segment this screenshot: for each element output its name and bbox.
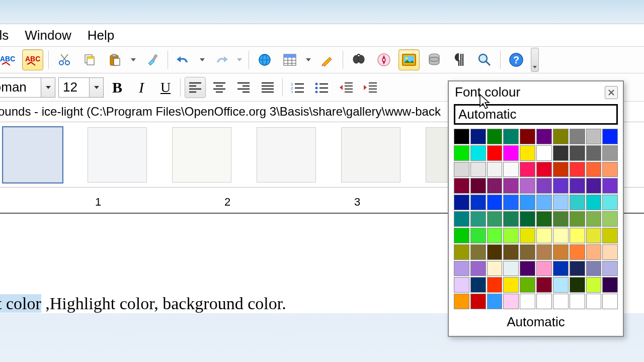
color-swatch[interactable] <box>602 228 618 243</box>
navigator-button[interactable] <box>373 49 394 70</box>
color-swatch[interactable] <box>454 162 469 177</box>
color-swatch[interactable] <box>586 294 602 309</box>
color-swatch[interactable] <box>487 162 503 177</box>
table-button[interactable] <box>279 49 300 70</box>
color-swatch[interactable] <box>520 162 535 177</box>
gallery-thumb[interactable] <box>257 127 316 183</box>
color-swatch[interactable] <box>470 178 486 194</box>
color-swatch[interactable] <box>553 211 569 227</box>
font-name-input[interactable] <box>0 78 41 97</box>
color-swatch[interactable] <box>536 294 552 309</box>
color-swatch[interactable] <box>454 228 469 243</box>
color-swatch[interactable] <box>454 244 469 260</box>
color-swatch[interactable] <box>487 195 503 210</box>
color-swatch[interactable] <box>586 211 602 227</box>
color-swatch[interactable] <box>570 211 585 227</box>
color-swatch[interactable] <box>470 277 486 293</box>
color-swatch[interactable] <box>470 162 486 177</box>
color-swatch[interactable] <box>520 129 535 144</box>
hyperlink-button[interactable] <box>254 49 275 70</box>
color-swatch[interactable] <box>503 162 519 177</box>
gallery-thumb[interactable] <box>341 127 400 183</box>
show-draw-button[interactable] <box>316 49 338 70</box>
cut-button[interactable] <box>54 49 75 70</box>
color-swatch[interactable] <box>536 145 552 161</box>
color-swatch[interactable] <box>487 244 503 260</box>
color-swatch[interactable] <box>536 244 552 260</box>
align-center-button[interactable] <box>209 77 230 98</box>
color-swatch[interactable] <box>570 195 585 210</box>
color-swatch[interactable] <box>586 178 602 194</box>
autospell-button[interactable]: ABC <box>22 49 43 70</box>
color-swatch[interactable] <box>602 294 618 309</box>
color-swatch[interactable] <box>602 277 618 293</box>
color-swatch[interactable] <box>553 277 569 293</box>
color-swatch[interactable] <box>520 261 535 277</box>
color-swatch[interactable] <box>602 178 618 194</box>
color-swatch[interactable] <box>536 178 552 194</box>
color-swatch[interactable] <box>586 261 602 277</box>
nonprinting-button[interactable] <box>449 49 470 70</box>
color-swatch[interactable] <box>570 261 585 277</box>
color-swatch[interactable] <box>454 129 469 144</box>
color-swatch[interactable] <box>586 244 602 260</box>
color-swatch[interactable] <box>553 162 569 177</box>
color-swatch[interactable] <box>536 261 552 277</box>
font-size-input[interactable] <box>59 78 89 97</box>
color-swatch[interactable] <box>487 145 503 161</box>
datasources-button[interactable] <box>424 49 445 70</box>
align-justify-button[interactable] <box>257 77 278 98</box>
decrease-indent-button[interactable] <box>335 77 356 98</box>
color-swatch[interactable] <box>602 162 618 177</box>
color-swatch[interactable] <box>520 178 535 194</box>
color-swatch[interactable] <box>602 244 618 260</box>
color-swatch[interactable] <box>454 261 469 277</box>
gallery-thumb[interactable] <box>426 127 450 183</box>
color-swatch[interactable] <box>503 261 519 277</box>
paste-button[interactable] <box>104 49 125 70</box>
color-swatch[interactable] <box>470 261 486 277</box>
color-swatch[interactable] <box>503 228 519 243</box>
color-swatch[interactable] <box>470 294 486 309</box>
color-swatch[interactable] <box>536 129 552 144</box>
color-swatch[interactable] <box>470 244 486 260</box>
format-paintbrush-button[interactable] <box>141 49 163 70</box>
color-swatch[interactable] <box>487 261 503 277</box>
numbered-list-button[interactable]: 123 <box>287 77 308 98</box>
color-swatch[interactable] <box>454 195 469 210</box>
color-swatch[interactable] <box>586 162 602 177</box>
color-swatch[interactable] <box>602 261 618 277</box>
color-swatch[interactable] <box>454 178 469 194</box>
color-swatch[interactable] <box>487 277 503 293</box>
color-swatch[interactable] <box>520 294 535 309</box>
automatic-color-selected[interactable]: Automatic <box>454 104 618 125</box>
color-swatch[interactable] <box>470 195 486 210</box>
toolbar-overflow[interactable] <box>531 48 539 72</box>
chevron-down-icon[interactable] <box>89 78 103 97</box>
color-swatch[interactable] <box>454 277 469 293</box>
find-replace-button[interactable] <box>348 49 369 70</box>
color-swatch[interactable] <box>520 211 535 227</box>
chevron-down-icon[interactable] <box>41 78 55 97</box>
color-swatch[interactable] <box>570 228 585 243</box>
color-swatch[interactable] <box>536 162 552 177</box>
italic-button[interactable]: I <box>131 77 152 98</box>
color-swatch[interactable] <box>487 178 503 194</box>
align-left-button[interactable] <box>185 77 206 98</box>
color-swatch[interactable] <box>553 261 569 277</box>
color-swatch[interactable] <box>602 145 618 161</box>
gallery-thumb[interactable] <box>88 127 147 183</box>
color-swatch[interactable] <box>503 244 519 260</box>
menu-window[interactable]: Window <box>18 26 78 45</box>
color-swatch[interactable] <box>503 145 519 161</box>
color-swatch[interactable] <box>553 244 569 260</box>
automatic-color-button[interactable]: Automatic <box>449 309 623 336</box>
color-swatch[interactable] <box>553 228 569 243</box>
color-swatch[interactable] <box>570 277 585 293</box>
color-swatch[interactable] <box>553 129 569 144</box>
color-swatch[interactable] <box>602 211 618 227</box>
color-swatch[interactable] <box>570 244 585 260</box>
color-swatch[interactable] <box>570 145 585 161</box>
color-swatch[interactable] <box>536 195 552 210</box>
color-swatch[interactable] <box>503 277 519 293</box>
